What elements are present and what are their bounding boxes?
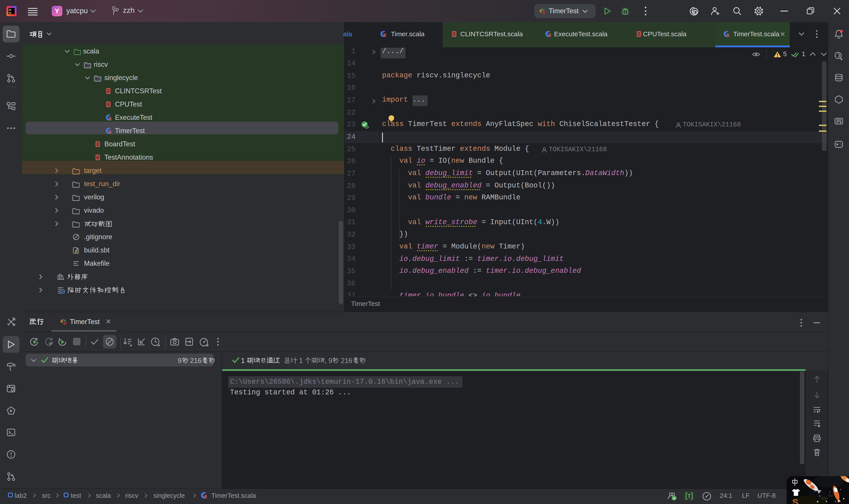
svg-text:IJ: IJ	[9, 8, 11, 12]
